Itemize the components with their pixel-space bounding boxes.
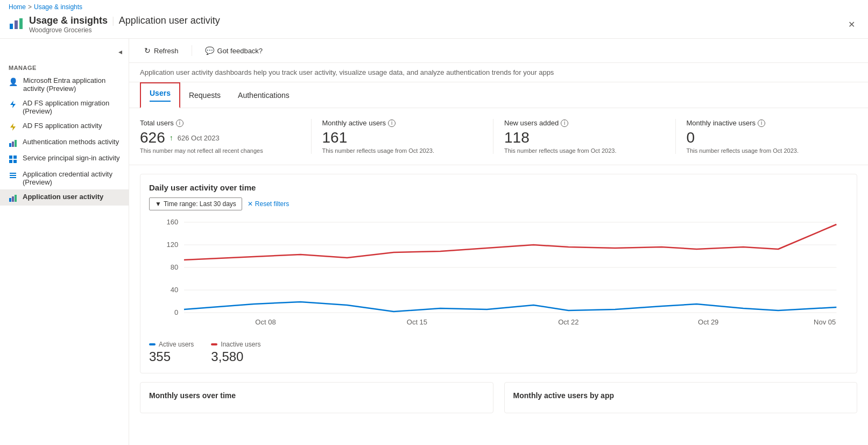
svg-rect-2: [19, 18, 23, 29]
svg-rect-5: [9, 143, 11, 147]
tab-requests-label: Requests: [189, 91, 221, 100]
sidebar-label-app-credential: Application credential activity (Preview…: [23, 170, 120, 186]
svg-rect-7: [15, 140, 17, 147]
svg-rect-8: [9, 156, 12, 159]
stat-monthly-inactive-label: Monthly inactive users: [687, 119, 756, 127]
inactive-users-legend-label: Inactive users: [221, 341, 260, 348]
active-users-legend-label: Active users: [159, 341, 194, 348]
tab-authentications-label: Authentications: [238, 91, 290, 100]
person-icon: 👤: [9, 77, 18, 86]
stat-total-users-label: Total users: [140, 119, 174, 127]
stat-new-users-value: 118: [504, 129, 530, 146]
filter-icon: ▼: [155, 200, 161, 208]
tab-authentications[interactable]: Authentications: [229, 82, 298, 108]
svg-rect-9: [13, 156, 17, 159]
svg-text:Oct 08: Oct 08: [255, 319, 276, 326]
sidebar-item-auth-methods[interactable]: Authentication methods activity: [0, 135, 129, 151]
svg-marker-3: [10, 101, 16, 108]
page-title-section: Application user activity: [119, 15, 220, 26]
svg-rect-12: [10, 173, 16, 174]
sidebar-item-entra-activity[interactable]: 👤 Microsoft Entra application activity (…: [0, 73, 129, 96]
stat-total-users-value: 626: [140, 129, 165, 146]
svg-text:160: 160: [166, 218, 178, 225]
stat-total-users-info[interactable]: i: [176, 119, 184, 127]
monthly-users-time-title: Monthly users over time: [149, 391, 484, 400]
svg-text:Nov 05: Nov 05: [814, 319, 836, 326]
stat-monthly-active: Monthly active users i 161 This number r…: [312, 119, 494, 154]
refresh-label: Refresh: [154, 47, 179, 55]
time-range-filter-button[interactable]: ▼ Time range: Last 30 days: [149, 197, 242, 210]
sidebar-label-app-user-activity: Application user activity: [23, 193, 103, 201]
sidebar-label-auth-methods: Authentication methods activity: [23, 138, 119, 146]
active-users-legend-value: 355: [149, 349, 194, 364]
toolbar-divider: [192, 45, 192, 56]
breadcrumb-home[interactable]: Home: [9, 3, 26, 11]
svg-rect-10: [9, 160, 12, 163]
tab-users[interactable]: Users: [140, 82, 180, 108]
reset-label: Reset filters: [255, 200, 289, 208]
stat-new-users-info[interactable]: i: [561, 119, 568, 127]
page-title-main: Usage & insights: [29, 15, 108, 26]
monthly-active-by-app-title: Monthly active users by app: [513, 391, 849, 400]
svg-rect-15: [9, 198, 11, 202]
chart-bar-icon-2: [9, 194, 17, 202]
inactive-users-color-dot: [211, 343, 217, 345]
tab-requests[interactable]: Requests: [180, 82, 229, 108]
stat-new-users-label: New users added: [504, 119, 559, 127]
stat-new-users: New users added i 118 This number reflec…: [493, 119, 676, 154]
svg-text:120: 120: [166, 241, 178, 248]
app-icon: [9, 16, 24, 33]
stat-monthly-inactive: Monthly inactive users i 0 This number r…: [676, 119, 858, 154]
feedback-button[interactable]: 💬 Got feedback?: [201, 44, 267, 57]
sidebar-item-app-credential[interactable]: Application credential activity (Preview…: [0, 167, 129, 189]
feedback-label: Got feedback?: [217, 47, 263, 55]
tab-users-label: Users: [150, 89, 171, 97]
svg-rect-17: [15, 195, 17, 202]
sidebar-item-adfs-migration[interactable]: AD FS application migration (Preview): [0, 96, 129, 118]
title-separator: |: [112, 15, 115, 26]
sidebar-item-adfs-activity[interactable]: AD FS application activity: [0, 118, 129, 135]
svg-text:Oct 15: Oct 15: [407, 319, 427, 326]
feedback-icon: 💬: [205, 46, 214, 55]
stat-up-arrow: ↑: [170, 133, 173, 142]
stat-total-users: Total users i 626 ↑ 626 Oct 2023 This nu…: [140, 119, 312, 154]
stat-monthly-inactive-value: 0: [687, 129, 695, 146]
chart-bar-icon-1: [9, 139, 17, 147]
sidebar-label-adfs-migration: AD FS application migration (Preview): [23, 99, 120, 115]
refresh-button[interactable]: ↻ Refresh: [140, 44, 183, 57]
org-name: Woodgrove Groceries: [29, 26, 844, 34]
svg-text:80: 80: [171, 264, 178, 271]
close-button[interactable]: ✕: [844, 17, 859, 32]
legend-active-users: Active users 355: [149, 341, 194, 364]
sidebar-collapse-button[interactable]: ◂: [118, 47, 122, 56]
lightning-icon-2: [9, 123, 17, 131]
stat-monthly-inactive-note: This number reflects usage from Oct 2023…: [687, 147, 847, 154]
grid-icon: [9, 155, 17, 164]
svg-rect-16: [12, 196, 14, 202]
stat-monthly-active-note: This number reflects usage from Oct 2023…: [322, 147, 483, 154]
svg-rect-13: [10, 175, 16, 176]
sidebar-item-app-user-activity[interactable]: Application user activity: [0, 189, 129, 206]
svg-rect-14: [10, 177, 16, 178]
sidebar-item-service-principal[interactable]: Service principal sign-in activity: [0, 151, 129, 167]
svg-text:0: 0: [174, 309, 178, 316]
svg-marker-4: [10, 123, 16, 131]
svg-text:40: 40: [171, 286, 178, 293]
list-icon: [9, 171, 17, 180]
reset-icon: ✕: [248, 200, 253, 208]
chart-container: 160 120 80 40 0 Oct 08 Oct 15 Oct 22: [149, 217, 848, 335]
svg-rect-11: [13, 160, 17, 163]
stat-total-users-note: This number may not reflect all recent c…: [140, 147, 300, 154]
sidebar-label-adfs-activity: AD FS application activity: [23, 122, 102, 130]
monthly-users-time-card: Monthly users over time: [140, 382, 493, 413]
chart-title: Daily user activity over time: [149, 183, 848, 192]
stat-monthly-inactive-info[interactable]: i: [758, 119, 765, 127]
monthly-active-by-app-card: Monthly active users by app: [504, 382, 858, 413]
reset-filters-button[interactable]: ✕ Reset filters: [248, 200, 289, 208]
stat-monthly-active-value: 161: [322, 129, 348, 146]
sidebar-label-service-principal: Service principal sign-in activity: [23, 154, 120, 162]
sidebar-manage-title: Manage: [0, 60, 129, 73]
active-users-color-dot: [149, 343, 156, 345]
sidebar-label-entra: Microsoft Entra application activity (Pr…: [23, 76, 120, 93]
stat-monthly-active-info[interactable]: i: [388, 119, 396, 127]
